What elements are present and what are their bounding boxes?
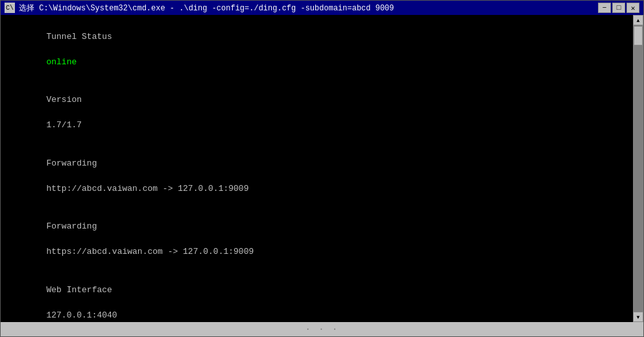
web-interface-spacer [46, 297, 107, 307]
forwarding-http-value: http://abcd.vaiwan.com -> 127.0.0.1:9009 [46, 184, 248, 193]
web-interface-value: 127.0.0.1:4040 [46, 310, 117, 320]
close-button[interactable]: ✕ [626, 3, 639, 13]
web-interface-label: Web Interface [46, 285, 112, 295]
tunnel-status-line: Tunnel Status online [6, 18, 628, 81]
forwarding-https-value: https://abcd.vaiwan.com -> 127.0.0.1:900… [46, 247, 254, 256]
forwarding-https-label: Forwarding [46, 221, 97, 231]
web-interface-line: Web Interface 127.0.0.1:4040 [6, 271, 628, 322]
window-title: 选择 C:\Windows\System32\cmd.exe - .\ding … [19, 3, 394, 14]
maximize-button[interactable]: □ [612, 3, 625, 13]
minimize-button[interactable]: − [598, 3, 611, 13]
scroll-down-arrow[interactable]: ▼ [633, 312, 643, 322]
forwarding-https-line: Forwarding https://abcd.vaiwan.com -> 12… [6, 208, 628, 271]
tunnel-status-spacer [46, 44, 91, 54]
bottom-bar: · · · [1, 322, 643, 336]
title-bar-left: C\ 选择 C:\Windows\System32\cmd.exe - .\di… [5, 3, 394, 14]
forwarding-http-spacer [46, 171, 127, 181]
console-body: Tunnel Status online Version 1.7/1.7 For… [1, 15, 643, 322]
title-bar: C\ 选择 C:\Windows\System32\cmd.exe - .\di… [1, 1, 643, 15]
scrollbar-track [633, 25, 643, 312]
bottom-dots: · · · [305, 324, 339, 334]
console-content: Tunnel Status online Version 1.7/1.7 For… [6, 18, 638, 322]
scroll-up-arrow[interactable]: ▲ [633, 15, 643, 25]
forwarding-http-line: Forwarding http://abcd.vaiwan.com -> 127… [6, 144, 628, 208]
cmd-window: C\ 选择 C:\Windows\System32\cmd.exe - .\di… [0, 0, 644, 337]
version-label: Version [46, 95, 82, 105]
cmd-icon: C\ [5, 3, 15, 13]
forwarding-http-label: Forwarding [46, 158, 97, 168]
tunnel-status-label: Tunnel Status [46, 32, 112, 42]
version-spacer [46, 108, 142, 118]
scrollbar-right[interactable]: ▲ ▼ [633, 15, 643, 322]
version-line: Version 1.7/1.7 [6, 81, 628, 145]
tunnel-status-value: online [46, 57, 77, 67]
scrollbar-thumb[interactable] [634, 26, 643, 45]
window-controls[interactable]: − □ ✕ [598, 3, 639, 13]
forwarding-https-spacer [46, 234, 127, 244]
version-value: 1.7/1.7 [46, 120, 82, 130]
